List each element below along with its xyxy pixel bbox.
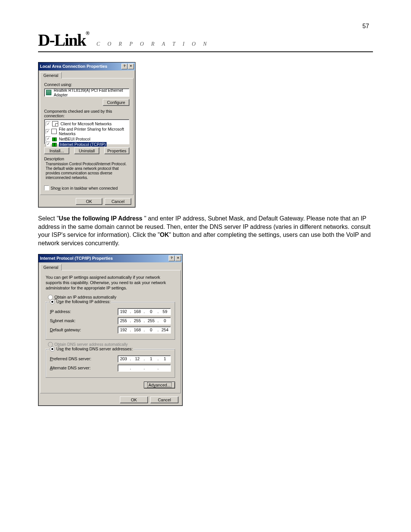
subnet-mask-label: Subnet mask: — [50, 318, 75, 323]
list-item[interactable]: ✓ File and Printer Sharing for Microsoft… — [46, 127, 128, 136]
protocol-icon — [52, 142, 57, 147]
alternate-dns-label: Alternate DNS server: — [50, 366, 91, 370]
components-list[interactable]: ✓ Client for Microsoft Networks ✓ File a… — [44, 119, 129, 144]
adapter-name: Realtek RTL8139(A) PCI Fast Ethernet Ada… — [54, 88, 127, 97]
install-button[interactable]: Install... — [44, 147, 69, 154]
cancel-button[interactable]: Cancel — [150, 396, 178, 403]
tcpip-properties-dialog: Internet Protocol (TCP/IP) Properties ? … — [38, 254, 183, 406]
client-icon — [52, 121, 58, 126]
radio-use-ip[interactable]: Use the following IP address: — [49, 299, 111, 304]
radio-use-dns[interactable]: Use the following DNS server addresses: — [49, 347, 134, 351]
close-button[interactable]: × — [128, 64, 134, 69]
properties-button[interactable]: Properties — [104, 147, 129, 154]
page-number: 57 — [362, 23, 369, 30]
show-icon-checkbox[interactable]: Show icon in taskbar when connected — [44, 185, 129, 190]
page-header: D-Link® C O R P O R A T I O N — [38, 30, 373, 52]
default-gateway-label: Default gateway: — [50, 328, 81, 332]
ip-groupbox: Use the following IP address: IP address… — [46, 302, 175, 340]
lan-properties-dialog: Local Area Connection Properties ? × Gen… — [38, 62, 135, 208]
configure-button[interactable]: Configure — [103, 99, 129, 106]
advanced-button[interactable]: Advanced... — [144, 382, 175, 388]
ip-address-input[interactable]: 192. 168. 0. 59 — [118, 308, 171, 315]
dialog-title: Local Area Connection Properties — [40, 64, 107, 69]
cancel-button[interactable]: Cancel — [105, 198, 131, 205]
tab-general[interactable]: General — [40, 72, 62, 78]
description-label: Description — [44, 157, 129, 161]
alternate-dns-input[interactable]: . . . — [118, 364, 171, 372]
connect-using-label: Connect using: — [44, 82, 129, 87]
tab-general[interactable]: General — [40, 264, 62, 270]
description-text: Transmission Control Protocol/Internet P… — [44, 161, 129, 180]
uninstall-button[interactable]: Uninstall — [74, 147, 99, 154]
nic-icon — [46, 90, 51, 95]
subnet-mask-input[interactable]: 255. 255. 255. 0 — [118, 317, 171, 324]
dns-groupbox: Use the following DNS server addresses: … — [46, 349, 175, 378]
list-item-selected[interactable]: ✓ Internet Protocol (TCP/IP) — [46, 142, 128, 147]
share-icon — [51, 129, 57, 134]
ok-button[interactable]: OK — [76, 198, 102, 205]
checkbox-icon — [44, 185, 49, 190]
list-item[interactable]: ✓ NetBEUI Protocol — [46, 136, 128, 141]
preferred-dns-input[interactable]: 203. 12. 1. 1 — [118, 355, 171, 363]
radio-icon — [50, 299, 55, 304]
default-gateway-input[interactable]: 192. 168. 0. 254 — [118, 326, 171, 334]
dialog-titlebar: Internet Protocol (TCP/IP) Properties ? … — [38, 254, 182, 262]
dialog-title: Internet Protocol (TCP/IP) Properties — [40, 256, 113, 260]
list-item[interactable]: ✓ Client for Microsoft Networks — [46, 121, 128, 126]
brand-logo: D-Link® — [38, 30, 89, 50]
adapter-field: Realtek RTL8139(A) PCI Fast Ethernet Ada… — [44, 88, 129, 97]
help-button[interactable]: ? — [169, 256, 175, 261]
brand-subtitle: C O R P O R A T I O N — [96, 41, 210, 47]
preferred-dns-label: Preferred DNS server: — [50, 356, 91, 361]
help-button[interactable]: ? — [121, 64, 127, 69]
dialog-titlebar: Local Area Connection Properties ? × — [38, 62, 135, 70]
close-button[interactable]: × — [175, 256, 181, 261]
instruction-paragraph: Select "Use the following IP Address " a… — [38, 214, 373, 247]
protocol-icon — [52, 137, 57, 141]
ok-button[interactable]: OK — [120, 396, 148, 403]
ip-address-label: IP address: — [50, 309, 71, 314]
radio-icon — [50, 347, 55, 351]
document-page: 57 D-Link® C O R P O R A T I O N Local A… — [0, 0, 411, 429]
components-label: Components checked are used by this conn… — [44, 109, 129, 118]
intro-text: You can get IP settings assigned automat… — [46, 275, 175, 291]
